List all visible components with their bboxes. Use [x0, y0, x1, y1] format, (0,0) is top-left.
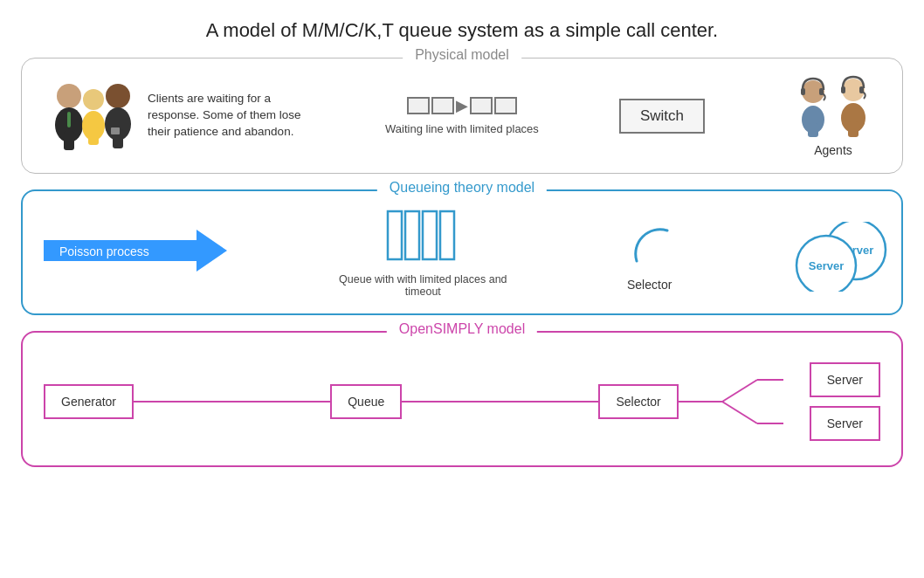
server-circles-svg: Server Server: [784, 222, 898, 292]
physical-row: Clients are waiting for a response. Some…: [43, 74, 881, 157]
svg-line-34: [722, 402, 757, 423]
queue-box-3: [470, 97, 493, 114]
agents-icon: [785, 74, 881, 140]
poisson-arrow-svg: Poisson process: [44, 228, 227, 273]
selector-to-servers-svg: [679, 362, 818, 441]
clients-block: Clients are waiting for a response. Some…: [43, 77, 305, 155]
svg-rect-12: [801, 88, 805, 95]
agents-block: Agents: [785, 74, 881, 157]
svg-line-32: [722, 380, 757, 402]
svg-rect-24: [405, 211, 419, 259]
queueing-model-section: Queueing theory model Poisson process Qu…: [21, 189, 903, 315]
opensimply-model-label: OpenSIMPLY model: [387, 321, 537, 337]
physical-model-section: Physical model: [21, 58, 903, 174]
os-servers-block: Server Server: [810, 362, 880, 441]
physical-model-label: Physical model: [403, 47, 521, 63]
svg-rect-25: [423, 211, 437, 259]
queueing-model-label: Queueing theory model: [377, 180, 547, 196]
servers-q-block: Server Server: [784, 222, 880, 283]
waiting-line-label: Waiting line with limited places: [385, 122, 539, 135]
selector-arc-svg: [619, 213, 680, 274]
svg-rect-10: [111, 127, 120, 134]
queue-bars-block: Queue with with limited places and timeo…: [331, 207, 514, 298]
server-circles: Server Server: [784, 222, 880, 283]
poisson-arrow-wrap: Poisson process: [44, 228, 227, 277]
switch-block: Switch: [619, 99, 705, 134]
svg-rect-17: [841, 86, 845, 93]
selector-box-os: Selector: [598, 384, 678, 419]
selector-q-block: Selector: [619, 213, 680, 292]
svg-point-0: [57, 84, 81, 108]
waiting-line-block: ▶ Waiting line with limited places: [385, 96, 539, 135]
queue-arrow: ▶: [456, 96, 468, 115]
queue-bars-label: Queue with with limited places and timeo…: [331, 273, 514, 298]
queue-box-os: Queue: [330, 384, 402, 419]
line-gen-queue: [134, 401, 330, 403]
client-description: Clients are waiting for a response. Some…: [148, 91, 305, 141]
switch-box: Switch: [619, 99, 705, 134]
svg-point-4: [83, 89, 104, 110]
opensimply-row: Generator Queue Selector Server Server: [44, 348, 880, 450]
svg-rect-20: [848, 121, 858, 137]
svg-rect-6: [88, 127, 99, 145]
svg-rect-2: [64, 131, 74, 150]
poisson-block: Poisson process: [44, 228, 227, 277]
clients-icon: [43, 77, 139, 155]
queue-box-2: [431, 97, 454, 114]
people-group: [43, 77, 139, 155]
svg-rect-15: [808, 123, 818, 137]
svg-rect-26: [440, 211, 454, 259]
server1-box-os: Server: [810, 362, 880, 397]
opensimply-model-section: OpenSIMPLY model Generator Queue Selecto…: [21, 331, 903, 467]
svg-point-7: [106, 84, 130, 108]
agents-label: Agents: [814, 143, 852, 157]
svg-text:Server: Server: [809, 259, 844, 272]
queueing-row: Poisson process Queue with with limited …: [44, 207, 880, 298]
generator-box: Generator: [44, 384, 134, 419]
selector-q-label: Selector: [627, 278, 672, 292]
svg-rect-23: [388, 211, 402, 259]
queue-bars-svg: [383, 207, 462, 268]
queue-box-4: [494, 97, 517, 114]
svg-text:Poisson process: Poisson process: [59, 244, 149, 258]
server2-box-os: Server: [810, 406, 880, 441]
queue-box-1: [407, 97, 430, 114]
queue-visual: ▶: [407, 96, 517, 115]
svg-rect-3: [67, 112, 71, 127]
line-queue-selector: [402, 401, 598, 403]
